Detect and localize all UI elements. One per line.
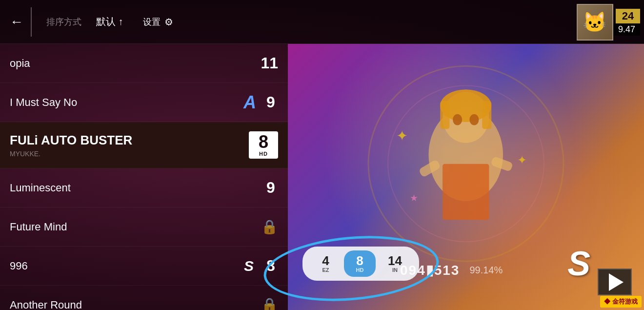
play-icon	[609, 273, 624, 291]
list-item[interactable]: I Must Say No A 9	[0, 83, 288, 122]
grade-badge: A	[243, 92, 256, 113]
settings-label: 设置	[143, 16, 161, 28]
play-button[interactable]	[598, 269, 632, 295]
back-button[interactable]: ←	[10, 14, 23, 30]
diff-in-label: IN	[392, 267, 398, 273]
diff-ez-label: EZ	[322, 267, 329, 273]
avatar: 🐱	[577, 4, 613, 41]
list-item-active[interactable]: FULi AUTO BUSTER MYUKKE. 8 HD	[0, 122, 288, 168]
difficulty-badge: 8 HD	[249, 131, 278, 159]
anime-figure: ✦ ✦ ★	[306, 71, 626, 257]
svg-rect-5	[441, 101, 450, 128]
user-profile: 🐱 24 9.47	[577, 4, 640, 41]
top-bar: ← 排序方式 默认 ↑ 设置 ⚙	[0, 0, 644, 44]
svg-rect-9	[443, 164, 489, 219]
list-item[interactable]: Future Mind 🔒	[0, 207, 288, 247]
list-item[interactable]: Luminescent 9	[0, 168, 288, 207]
svg-point-8	[470, 114, 479, 125]
score-number: 094▮513	[400, 262, 460, 278]
difficulty-hd-button[interactable]: 8 HD	[344, 250, 376, 277]
list-item[interactable]: 996 S 8	[0, 247, 288, 286]
gear-icon: ⚙	[164, 16, 173, 28]
diff-hd-label: HD	[356, 267, 364, 273]
song-title: opia	[10, 57, 253, 70]
sort-value[interactable]: 默认 ↑	[96, 15, 123, 28]
lock-icon: 🔒	[261, 219, 278, 235]
score-percentage: 99.14%	[469, 265, 503, 276]
rank-display: S	[567, 244, 590, 283]
diff-number: 8	[259, 133, 268, 151]
song-title: Future Mind	[10, 221, 256, 233]
settings-button[interactable]: 设置 ⚙	[143, 16, 173, 28]
rating: 9.47	[613, 23, 640, 36]
song-subtitle: MYUKKE.	[10, 150, 249, 158]
svg-rect-6	[482, 101, 491, 128]
divider	[31, 7, 32, 37]
sort-section: 排序方式 默认 ↑	[46, 15, 123, 28]
lock-icon: 🔒	[261, 297, 278, 310]
user-info: 24 9.47	[613, 9, 640, 36]
song-title: Luminescent	[10, 182, 256, 194]
song-title: 996	[10, 260, 239, 272]
song-level: 11	[261, 54, 278, 72]
song-level: 8	[263, 257, 278, 275]
song-level: 9	[263, 93, 278, 111]
song-list: opia 11 I Must Say No A 9 FULi AUTO BUST…	[0, 44, 288, 310]
sort-label: 排序方式	[46, 16, 81, 28]
level-badge: 24	[616, 9, 640, 23]
styled-number: S	[244, 258, 254, 274]
list-item[interactable]: Another Round 🔒	[0, 286, 288, 310]
difficulty-ez-button[interactable]: 4 EZ	[310, 250, 342, 277]
list-item[interactable]: opia 11	[0, 44, 288, 83]
character-svg: ✦ ✦ ★	[373, 71, 559, 257]
watermark: ◆ 金符游戏	[600, 296, 642, 308]
song-level: 9	[263, 179, 278, 197]
svg-text:★: ★	[410, 193, 419, 203]
song-title-active: FULi AUTO BUSTER	[10, 133, 249, 148]
svg-text:✦: ✦	[517, 153, 527, 166]
song-title: I Must Say No	[10, 96, 239, 109]
diff-ez-num: 4	[322, 254, 329, 267]
song-title: Another Round	[10, 299, 256, 310]
score-display: 094▮513 99.14%	[400, 262, 503, 278]
diff-hd-num: 8	[356, 254, 363, 267]
diff-label: HD	[259, 151, 268, 157]
svg-text:✦: ✦	[396, 128, 408, 144]
svg-point-7	[453, 114, 462, 125]
